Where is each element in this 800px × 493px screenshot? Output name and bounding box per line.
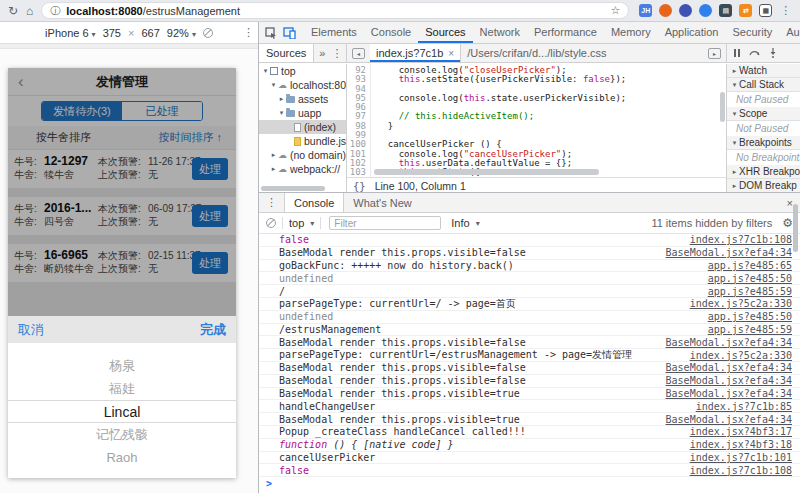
console-source-link[interactable]: app.js?e485:65 [698, 260, 792, 271]
picker-option[interactable]: 福娃 [8, 377, 236, 400]
drawer-menu-icon[interactable]: ⋮ [266, 196, 277, 209]
devtools-tab-memory[interactable]: Memory [604, 22, 658, 43]
picker-option[interactable]: Raoh [8, 446, 236, 469]
home-icon[interactable]: ⌂ [26, 0, 33, 22]
context-select[interactable]: top▾ [289, 217, 314, 229]
console-prompt[interactable]: > [259, 477, 800, 490]
file-tree-item[interactable]: (index) [259, 120, 346, 134]
console-source-link[interactable]: BaseModal.jsx?efa4:34 [656, 337, 792, 348]
console-source-link[interactable]: BaseModal.jsx?efa4:34 [656, 414, 792, 425]
devtools-tab-application[interactable]: Application [658, 22, 726, 43]
file-tab-indexjs[interactable]: index.js?7c1b × [370, 44, 461, 62]
page-info-icon[interactable]: ⓘ [50, 4, 60, 18]
devtools-tab-security[interactable]: Security [725, 22, 779, 43]
step-into-icon[interactable] [769, 48, 777, 58]
file-tree-item[interactable]: ▸☁webpack:// [259, 162, 346, 176]
log-level-select[interactable]: Info▾ [451, 217, 479, 229]
clear-console-icon[interactable] [266, 218, 276, 228]
debugger-section-scope[interactable]: ▾Scope [727, 107, 800, 121]
file-tree-item[interactable]: ▾uapp [259, 106, 346, 120]
cancel-button[interactable]: 取消 [18, 321, 44, 339]
devtools-tab-console[interactable]: Console [364, 22, 418, 43]
debugger-section-xhr-breakpo[interactable]: ▸XHR Breakpo [727, 165, 800, 179]
picker-option[interactable]: 杨泉 [8, 354, 236, 377]
throttle-icon[interactable] [203, 28, 213, 38]
debugger-section-watch[interactable]: ▸Watch [727, 64, 800, 78]
modal-overlay[interactable] [8, 68, 236, 316]
filter-input[interactable] [329, 216, 441, 230]
file-tree-item[interactable]: ▸assets [259, 92, 346, 106]
devtools-tab-audits[interactable]: Audits [779, 22, 800, 43]
done-button[interactable]: 完成 [200, 321, 226, 339]
device-select[interactable]: iPhone 6 ▾ [45, 27, 96, 39]
reload-icon[interactable]: ↻ [8, 0, 18, 22]
jh-extension-icon[interactable]: JH [639, 4, 652, 17]
picker-option[interactable]: 记忆残骸 [8, 423, 236, 446]
console-source-link[interactable]: app.js?e485:50 [698, 273, 792, 284]
debugger-section-dom-breakp[interactable]: ▸DOM Breakp [727, 179, 800, 193]
line-number-gutter[interactable]: 9293949596979899100101102103 [347, 64, 371, 177]
console-source-link[interactable]: index.js?5c2a:330 [680, 350, 792, 361]
tab-console[interactable]: Console [284, 193, 344, 212]
console-scrollbar[interactable] [793, 204, 798, 252]
console-source-link[interactable]: index.js?7c1b:108 [680, 234, 792, 245]
device-toolbar-menu-icon[interactable]: ⋮ [243, 26, 254, 39]
console-source-link[interactable]: app.js?e485:50 [698, 311, 792, 322]
console-source-link[interactable]: BaseModal.jsx?efa4:34 [656, 388, 792, 399]
swap-extension-icon[interactable]: ⇄ [739, 4, 752, 17]
qr-extension-icon[interactable]: ▦ [759, 4, 772, 17]
expand-panel-icon[interactable]: ▸ [708, 48, 721, 59]
code-line: } [377, 122, 726, 131]
editor-hscrollbar[interactable] [374, 169, 599, 175]
file-tree-item[interactable]: ▸☁(no domain) [259, 148, 346, 162]
navigator-sources-tab[interactable]: Sources [259, 44, 314, 62]
close-tab-icon[interactable]: × [448, 48, 454, 59]
picker-option[interactable]: Lincal [8, 400, 236, 423]
bookmark-star-icon[interactable]: ☆ [610, 4, 620, 17]
console-source-link[interactable]: index.jsx?4bf3:18 [680, 439, 792, 450]
file-tree-item[interactable]: ▾top [259, 64, 346, 78]
editor-tabstrip: ◂ index.js?7c1b × /Users/crifan/d.../lib… [347, 44, 726, 62]
film-extension-icon[interactable]: ▤ [719, 4, 732, 17]
code-area[interactable]: 9293949596979899100101102103 console.log… [347, 64, 726, 177]
devtools-tab-network[interactable]: Network [473, 22, 527, 43]
console-source-link[interactable]: BaseModal.jsx?efa4:34 [656, 375, 792, 386]
file-tab-stylecss[interactable]: /Users/crifan/d.../lib/style.css [461, 44, 612, 62]
pause-script-icon[interactable] [734, 49, 740, 57]
console-source-link[interactable]: index.js?7c1b:101 [680, 452, 792, 463]
debugger-section-breakpoints[interactable]: ▾Breakpoints [727, 136, 800, 150]
tab-whats-new[interactable]: What's New [344, 193, 420, 212]
navigator-menu-icon[interactable]: ⋮ [331, 47, 342, 60]
zoom-select[interactable]: 92% ▾ [167, 27, 196, 39]
console-source-link[interactable]: app.js?e485:59 [698, 324, 792, 335]
viewport-width[interactable]: 375 [103, 27, 121, 39]
editor-vscrollbar[interactable] [720, 92, 725, 122]
more-tabs-icon[interactable]: » [319, 47, 325, 59]
url-bar[interactable]: ⓘ localhost:8080/estrusManagement ☆ [41, 2, 629, 19]
devtools-tab-sources[interactable]: Sources [418, 22, 472, 43]
console-source-link[interactable]: BaseModal.jsx?efa4:34 [656, 362, 792, 373]
flame-extension-icon[interactable] [659, 4, 672, 17]
devtools-tab-performance[interactable]: Performance [527, 22, 604, 43]
console-source-link[interactable]: index.js?7c1b:108 [680, 465, 792, 476]
devtools-tab-elements[interactable]: Elements [304, 22, 364, 43]
debugger-section-call-stack[interactable]: ▾Call Stack [727, 78, 800, 92]
console-source-link[interactable]: index.js?5c2a:330 [680, 298, 792, 309]
shield-extension-icon[interactable] [699, 4, 712, 17]
file-tree-item[interactable]: ▾☁localhost:808 [259, 78, 346, 92]
browser-menu-icon[interactable]: ⋮ [780, 4, 791, 17]
globe-extension-icon[interactable] [679, 4, 692, 17]
console-source-link[interactable]: app.js?e485:59 [698, 286, 792, 297]
viewport-height[interactable]: 667 [141, 27, 159, 39]
console-source-link[interactable]: index.jsx?4bf3:17 [680, 426, 792, 437]
step-over-icon[interactable] [749, 49, 760, 57]
navigator-scrollbar[interactable] [261, 186, 325, 191]
console-source-link[interactable]: index.js?7c1b:85 [686, 401, 792, 412]
file-tree-item[interactable]: bundle.js [259, 134, 346, 148]
console-settings-gear-icon[interactable]: ⚙ [782, 216, 793, 230]
pretty-print-icon[interactable]: {} [353, 180, 366, 192]
device-toolbar-toggle-icon[interactable] [283, 27, 296, 39]
collapse-navigator-icon[interactable]: ◂ [352, 48, 365, 59]
console-source-link[interactable]: BaseModal.jsx?efa4:34 [656, 247, 792, 258]
inspect-element-icon[interactable] [265, 27, 277, 39]
